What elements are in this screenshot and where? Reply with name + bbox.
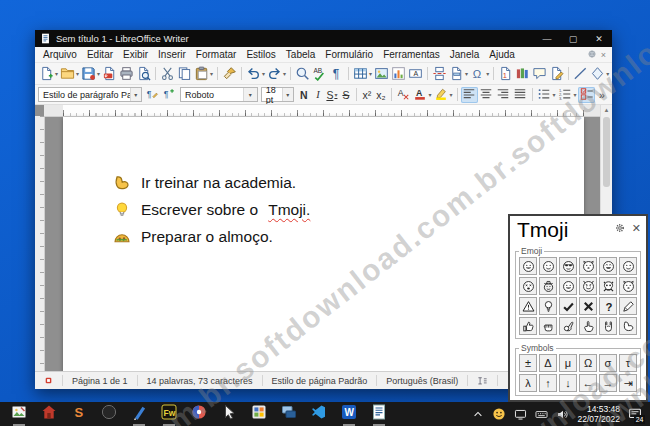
- tmoji-emoji-grinning-cat-face-button[interactable]: [619, 277, 637, 295]
- underline-button[interactable]: S▾: [325, 87, 339, 103]
- horizontal-ruler[interactable]: [44, 105, 601, 117]
- checklist-button[interactable]: [578, 87, 595, 103]
- document-page[interactable]: Ir treinar na academia.Escrever sobre o …: [63, 117, 584, 371]
- font-size-combobox[interactable]: 18 pt ▾: [261, 87, 294, 102]
- document-modified-icon[interactable]: [35, 376, 62, 385]
- insert-bookmark-button[interactable]: [514, 65, 531, 83]
- insert-field-dropdown-icon[interactable]: ▾: [465, 70, 468, 77]
- insert-mode-icon[interactable]: [468, 375, 497, 386]
- scrollbar-thumb[interactable]: [603, 117, 610, 187]
- font-name-combobox[interactable]: Roboto ▾: [180, 87, 258, 102]
- ordered-list-button[interactable]: 1.2.3.▾: [557, 87, 578, 103]
- paragraph-style-combobox[interactable]: Estilo de parágrafo Padrão ▾: [38, 87, 142, 102]
- vertical-ruler[interactable]: [35, 116, 45, 371]
- tmoji-symbol-arrow-right-button[interactable]: →: [599, 374, 617, 392]
- open-dropdown-icon[interactable]: ▾: [76, 70, 79, 77]
- tmoji-symbol-tau-button[interactable]: τ: [619, 354, 637, 372]
- menu-exibir[interactable]: Exibir: [118, 49, 153, 60]
- underline-dropdown-icon[interactable]: ▾: [334, 91, 337, 98]
- align-center-button[interactable]: [478, 87, 495, 103]
- tmoji-emoji-skull-and-crossbones-button[interactable]: [599, 277, 617, 295]
- cut-button[interactable]: [159, 65, 176, 83]
- tmoji-emoji-light-bulb-button[interactable]: [539, 297, 557, 315]
- tmoji-emoji-cowboy-hat-face-button[interactable]: [539, 277, 557, 295]
- tmoji-symbol-lambda-button[interactable]: λ: [519, 374, 537, 392]
- tmoji-emoji-thumbs-up-hand-button[interactable]: [519, 317, 537, 335]
- print-button[interactable]: [118, 65, 135, 83]
- tmoji-emoji-smiling-face-button[interactable]: [539, 257, 557, 275]
- tmoji-emoji-joyful-face-button[interactable]: [559, 277, 577, 295]
- insert-image-button[interactable]: [373, 65, 390, 83]
- menu-janela[interactable]: Janela: [445, 49, 484, 60]
- close-document-icon[interactable]: ×: [601, 50, 606, 60]
- bold-button[interactable]: N: [297, 87, 311, 103]
- tmoji-emoji-cross-mark-button[interactable]: [579, 297, 597, 315]
- align-right-button[interactable]: [495, 87, 512, 103]
- paste-dropdown-icon[interactable]: ▾: [210, 70, 213, 77]
- undo-button[interactable]: ▾: [245, 65, 266, 83]
- insert-comment-button[interactable]: [531, 65, 548, 83]
- copy-button[interactable]: [176, 65, 193, 83]
- tmoji-symbol-arrow-up-button[interactable]: ↑: [539, 374, 557, 392]
- page-break-button[interactable]: [431, 65, 448, 83]
- menu-editar[interactable]: Editar: [82, 49, 118, 60]
- insert-line-button[interactable]: [572, 65, 589, 83]
- strikethrough-button[interactable]: S: [339, 87, 353, 103]
- paste-button[interactable]: ▾: [193, 65, 214, 83]
- new-document-dropdown-icon[interactable]: ▾: [55, 70, 58, 77]
- taskbar-libreoffice-writer-button[interactable]: [370, 405, 388, 423]
- menu-tabela[interactable]: Tabela: [281, 49, 320, 60]
- new-style-button[interactable]: ¶: [160, 87, 177, 103]
- taskbar-photo-viewer-button[interactable]: [10, 405, 28, 423]
- notification-center-icon[interactable]: 24: [628, 407, 642, 421]
- clone-formatting-button[interactable]: [221, 65, 238, 83]
- title-bar[interactable]: Sem título 1 - LibreOffice Writer — ▢ ✕: [35, 30, 612, 47]
- update-available-icon[interactable]: [587, 49, 597, 61]
- undo-dropdown-icon[interactable]: ▾: [262, 70, 265, 77]
- document-list-item[interactable]: Preparar o almoço.: [113, 223, 310, 250]
- basic-shapes-button[interactable]: ▾: [589, 65, 610, 83]
- highlight-color-dropdown-icon[interactable]: ▾: [449, 91, 452, 98]
- menu-ferramentas[interactable]: Ferramentas: [378, 49, 445, 60]
- taskbar-paint-tool-button[interactable]: [190, 405, 208, 423]
- save-dropdown-icon[interactable]: ▾: [97, 70, 100, 77]
- tmoji-emoji-sign-of-horns-hand-button[interactable]: [599, 317, 617, 335]
- update-style-button[interactable]: ¶: [143, 87, 160, 103]
- new-document-button[interactable]: ▾: [38, 65, 59, 83]
- insert-textbox-button[interactable]: A: [407, 65, 424, 83]
- insert-table-button[interactable]: ▾: [352, 65, 373, 83]
- tmoji-symbol-delta-button[interactable]: Δ: [539, 354, 557, 372]
- tmoji-emoji-grinning-squinting-face-button[interactable]: [519, 277, 537, 295]
- font-size-dropdown-icon[interactable]: ▾: [282, 88, 293, 101]
- insert-footnote-button[interactable]: 1: [497, 65, 514, 83]
- taskbar-vscode-button[interactable]: [310, 405, 328, 423]
- redo-dropdown-icon[interactable]: ▾: [283, 70, 286, 77]
- document-list-item[interactable]: Escrever sobre o Tmoji.: [113, 196, 310, 223]
- tmoji-emoji-ok-hand-button[interactable]: [559, 317, 577, 335]
- menu-ajuda[interactable]: Ajuda: [484, 49, 520, 60]
- tmoji-emoji-question-mark-button[interactable]: ?: [599, 297, 617, 315]
- taskbar-remote-desktop-button[interactable]: [280, 405, 298, 423]
- tmoji-symbol-omega-button[interactable]: Ω: [579, 354, 597, 372]
- tmoji-symbol-arrow-down-button[interactable]: ↓: [559, 374, 577, 392]
- taskbar-photo-editor-button[interactable]: [40, 405, 58, 423]
- tmoji-emoji-pointing-hand-button[interactable]: [579, 317, 597, 335]
- italic-button[interactable]: I: [311, 87, 325, 103]
- special-character-dropdown-icon[interactable]: ▾: [486, 70, 489, 77]
- taskbar-screenshot-pen-tool-button[interactable]: [130, 405, 148, 423]
- status-language[interactable]: Português (Brasil): [377, 376, 467, 386]
- taskbar-sublime-text-button[interactable]: S: [70, 405, 88, 423]
- tmoji-close-icon[interactable]: ✕: [632, 223, 641, 234]
- menu-formulario[interactable]: Formulário: [320, 49, 378, 60]
- tmoji-emoji-check-mark-button[interactable]: [559, 297, 577, 315]
- align-left-button[interactable]: [461, 87, 478, 103]
- maximize-button[interactable]: ▢: [560, 30, 586, 47]
- tmoji-emoji-laughing-face-button[interactable]: [599, 257, 617, 275]
- tmoji-emoji-smiling-face-with-sunglasses-button[interactable]: [559, 257, 577, 275]
- export-pdf-button[interactable]: [101, 65, 118, 83]
- status-page-style[interactable]: Estilo de página Padrão: [263, 376, 377, 386]
- clear-formatting-button[interactable]: A: [395, 87, 412, 103]
- taskbar-cursor-tool-button[interactable]: [220, 405, 238, 423]
- highlight-color-button[interactable]: ▾: [433, 87, 454, 103]
- formatting-overflow-button[interactable]: »: [595, 87, 609, 103]
